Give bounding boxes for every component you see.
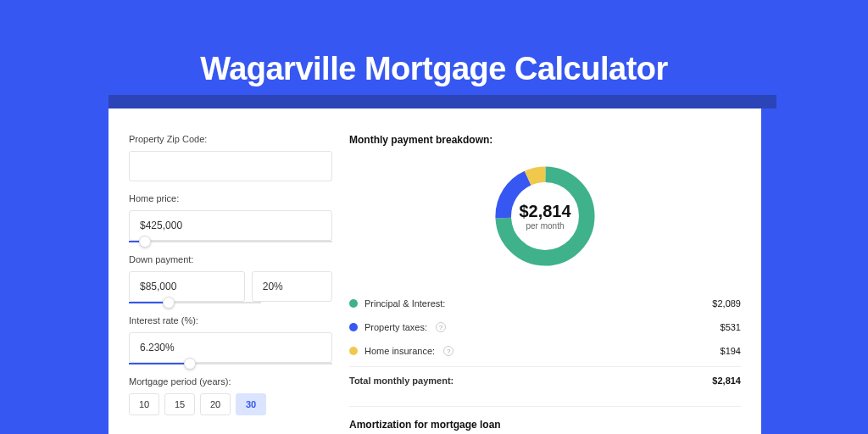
legend-taxes-label: Property taxes: <box>364 322 427 332</box>
legend-taxes: Property taxes: ? $531 <box>349 315 741 339</box>
dot-principal <box>349 299 358 308</box>
zip-input[interactable] <box>129 151 332 181</box>
down-payment-slider-thumb[interactable] <box>163 297 175 309</box>
legend-insurance-value: $194 <box>721 346 741 356</box>
zip-label: Property Zip Code: <box>129 134 332 144</box>
home-price-label: Home price: <box>129 193 332 203</box>
donut-sub: per month <box>519 221 570 231</box>
legend-total-value: $2,814 <box>712 376 741 386</box>
dot-taxes <box>349 323 358 331</box>
legend-total-label: Total monthly payment: <box>349 376 453 386</box>
down-payment-label: Down payment: <box>129 254 332 264</box>
period-15[interactable]: 15 <box>164 393 195 415</box>
period-20[interactable]: 20 <box>200 393 231 415</box>
rate-slider[interactable] <box>129 363 332 364</box>
legend-insurance-label: Home insurance: <box>364 346 435 356</box>
period-label: Mortgage period (years): <box>129 376 332 387</box>
down-payment-input[interactable] <box>129 271 245 302</box>
calculator-card: Property Zip Code: Home price: Down paym… <box>108 108 761 434</box>
down-payment-field: Down payment: <box>129 254 332 303</box>
donut-chart: $2,814 per month <box>349 161 741 271</box>
legend-insurance: Home insurance: ? $194 <box>349 339 741 363</box>
home-price-slider-thumb[interactable] <box>139 236 151 248</box>
home-price-field: Home price: <box>129 193 332 242</box>
legend-principal-value: $2,089 <box>712 298 741 309</box>
zip-field: Property Zip Code: <box>129 134 332 181</box>
info-icon[interactable]: ? <box>443 346 453 356</box>
legend-principal: Principal & Interest: $2,089 <box>349 292 741 315</box>
period-10[interactable]: 10 <box>129 393 159 415</box>
breakdown-title: Monthly payment breakdown: <box>349 134 741 146</box>
home-price-input[interactable] <box>129 210 332 241</box>
legend-total: Total monthly payment: $2,814 <box>349 366 741 392</box>
rate-slider-thumb[interactable] <box>184 358 196 370</box>
dot-insurance <box>349 347 358 355</box>
period-buttons: 10 15 20 30 <box>129 393 332 415</box>
donut-amount: $2,814 <box>519 202 570 221</box>
legend-taxes-value: $531 <box>721 322 741 332</box>
page-title: Wagarville Mortgage Calculator <box>0 0 868 87</box>
banner-strip <box>108 95 776 108</box>
rate-label: Interest rate (%): <box>129 315 332 326</box>
rate-slider-fill <box>129 363 190 364</box>
down-payment-slider[interactable] <box>129 302 261 303</box>
rate-input[interactable] <box>129 332 332 363</box>
donut-center: $2,814 per month <box>519 202 570 231</box>
period-field: Mortgage period (years): 10 15 20 30 <box>129 376 332 415</box>
amortization-section: Amortization for mortgage loan Amortizat… <box>349 406 741 434</box>
breakdown-column: Monthly payment breakdown: $2,814 per mo… <box>349 134 741 434</box>
amortization-title: Amortization for mortgage loan <box>349 419 741 431</box>
down-payment-pct-input[interactable] <box>252 271 332 302</box>
rate-field: Interest rate (%): <box>129 315 332 364</box>
form-column: Property Zip Code: Home price: Down paym… <box>129 134 332 434</box>
period-30[interactable]: 30 <box>236 393 266 415</box>
home-price-slider[interactable] <box>129 241 332 242</box>
legend-principal-label: Principal & Interest: <box>364 298 445 309</box>
info-icon[interactable]: ? <box>436 322 446 332</box>
